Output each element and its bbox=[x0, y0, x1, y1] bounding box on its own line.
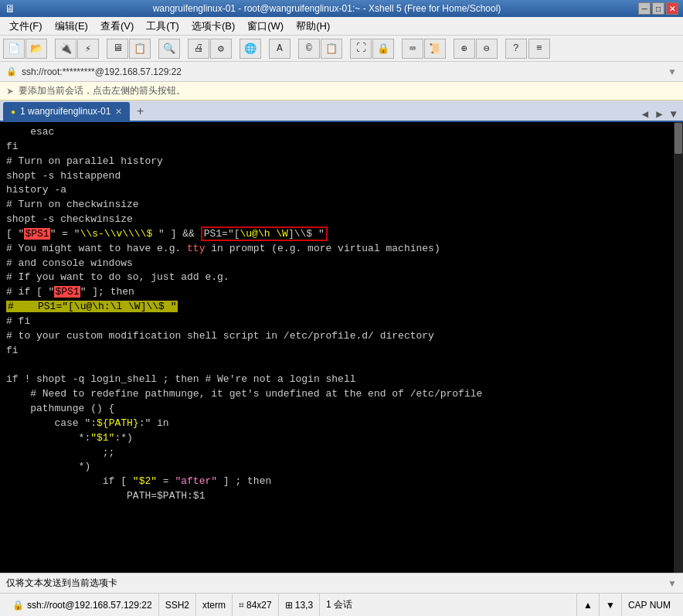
inputbar: 仅将文本发送到当前选项卡 ▼ bbox=[0, 573, 683, 593]
terminal[interactable]: esac fi # Turn on parallel history shopt… bbox=[0, 122, 683, 573]
status-ssh-text: ssh://root@192.168.57.129:22 bbox=[27, 600, 152, 611]
menu-help[interactable]: 帮助(H) bbox=[290, 18, 336, 35]
help-button[interactable]: ? bbox=[505, 39, 527, 59]
fullscreen-button[interactable]: ⛶ bbox=[350, 39, 372, 59]
menu-edit[interactable]: 编辑(E) bbox=[49, 18, 94, 35]
connect-button[interactable]: 🔌 bbox=[55, 39, 76, 59]
status-caps: CAP NUM bbox=[622, 594, 677, 616]
arrow-icon: ➤ bbox=[6, 86, 14, 97]
disconnect-button[interactable]: ⚡ bbox=[77, 39, 99, 59]
menu-view[interactable]: 查看(V) bbox=[94, 18, 140, 35]
lock-button[interactable]: 🔒 bbox=[372, 39, 394, 59]
copy-button[interactable]: © bbox=[298, 39, 320, 59]
inputbar-arrow: ▼ bbox=[668, 578, 677, 589]
zoom-in-button[interactable]: ⊕ bbox=[454, 39, 475, 59]
status-pos: ⊞ 13,3 bbox=[279, 594, 320, 616]
titlebar-icon: 🖥 bbox=[5, 2, 15, 15]
statusbar: 🔒 ssh://root@192.168.57.129:22 SSH2 xter… bbox=[0, 593, 683, 616]
globe-button[interactable]: 🌐 bbox=[240, 39, 261, 59]
close-button[interactable]: ✕ bbox=[666, 2, 678, 15]
notifbar: ➤ 要添加当前会话，点击左侧的箭头按钮。 bbox=[0, 82, 683, 100]
tab-close-icon[interactable]: ✕ bbox=[115, 107, 122, 117]
menu-window[interactable]: 窗口(W) bbox=[241, 18, 290, 35]
size-icon: ⌗ bbox=[239, 600, 244, 611]
lock-status-icon: 🔒 bbox=[12, 600, 24, 611]
notif-text: 要添加当前会话，点击左侧的箭头按钮。 bbox=[19, 84, 185, 97]
minimize-button[interactable]: ─ bbox=[638, 2, 651, 15]
next-tab-button[interactable]: ▶ bbox=[653, 107, 665, 121]
terminal-content: esac fi # Turn on parallel history shopt… bbox=[6, 125, 677, 504]
tab-label: 1 wangruifenglinux-01 bbox=[20, 106, 110, 117]
compose-button[interactable]: ⌨ bbox=[402, 39, 423, 59]
terminal-scrollbar[interactable] bbox=[674, 122, 683, 573]
session-manager-button[interactable]: 🖥 bbox=[107, 39, 128, 59]
toolbar: 📄 📂 🔌 ⚡ 🖥 📋 🔍 🖨 ⚙ 🌐 A © 📋 ⛶ 🔒 ⌨ 📜 ⊕ ⊖ ? … bbox=[0, 36, 683, 62]
status-term-text: xterm bbox=[202, 600, 226, 611]
settings-button[interactable]: ⚙ bbox=[210, 39, 232, 59]
lock-icon: 🔒 bbox=[6, 66, 17, 77]
titlebar-controls: ─ □ ✕ bbox=[638, 2, 678, 15]
font-button[interactable]: A bbox=[269, 39, 291, 59]
maximize-button[interactable]: □ bbox=[652, 2, 664, 15]
tab-nav: ◀ ▶ ▼ bbox=[639, 107, 680, 121]
misc-button[interactable]: ≡ bbox=[528, 39, 550, 59]
status-sessions-text: 1 会话 bbox=[326, 598, 352, 611]
inputbar-text: 仅将文本发送到当前选项卡 bbox=[6, 577, 117, 590]
address-arrow[interactable]: ▼ bbox=[668, 66, 677, 77]
status-size: ⌗ 84x27 bbox=[233, 594, 279, 616]
scroll-thumb[interactable] bbox=[675, 123, 682, 154]
log-button[interactable]: 📜 bbox=[424, 39, 446, 59]
tabbar: ● 1 wangruifenglinux-01 ✕ + ◀ ▶ ▼ bbox=[0, 100, 683, 122]
titlebar: 🖥 wangruifenglinux-01 - root@wangruifeng… bbox=[0, 0, 683, 17]
menu-tabs[interactable]: 选项卡(B) bbox=[185, 18, 241, 35]
new-tab-button[interactable]: + bbox=[131, 104, 148, 121]
new-session-button[interactable]: 📄 bbox=[3, 39, 25, 59]
status-encoding-text: SSH2 bbox=[165, 600, 189, 611]
tab-menu-button[interactable]: ▼ bbox=[668, 108, 680, 121]
status-scroll-down[interactable]: ▼ bbox=[600, 594, 622, 616]
prev-tab-button[interactable]: ◀ bbox=[639, 107, 651, 121]
status-term: xterm bbox=[196, 594, 233, 616]
addressbar: 🔒 ssh://root:*********@192.168.57.129:22… bbox=[0, 62, 683, 82]
print-button[interactable]: 🖨 bbox=[188, 39, 209, 59]
pos-icon: ⊞ bbox=[285, 600, 293, 611]
status-encoding: SSH2 bbox=[159, 594, 196, 616]
status-scroll-up[interactable]: ▲ bbox=[577, 594, 600, 616]
open-button[interactable]: 📂 bbox=[25, 39, 47, 59]
menu-tools[interactable]: 工具(T) bbox=[140, 18, 185, 35]
status-pos-text: 13,3 bbox=[295, 600, 313, 611]
titlebar-title: wangruifenglinux-01 - root@wangruifengli… bbox=[153, 3, 501, 14]
status-caps-text: CAP NUM bbox=[628, 600, 671, 611]
find-button[interactable]: 🔍 bbox=[158, 39, 180, 59]
tab-dot: ● bbox=[11, 107, 15, 116]
zoom-out-button[interactable]: ⊖ bbox=[476, 39, 498, 59]
session-props-button[interactable]: 📋 bbox=[129, 39, 151, 59]
status-ssh: 🔒 ssh://root@192.168.57.129:22 bbox=[6, 594, 159, 616]
tab-1[interactable]: ● 1 wangruifenglinux-01 ✕ bbox=[3, 102, 130, 121]
paste-button[interactable]: 📋 bbox=[321, 39, 342, 59]
address-text[interactable]: ssh://root:*********@192.168.57.129:22 bbox=[22, 66, 663, 77]
status-size-text: 84x27 bbox=[246, 600, 272, 611]
status-sessions: 1 会话 bbox=[320, 594, 577, 616]
menu-file[interactable]: 文件(F) bbox=[3, 18, 49, 35]
menubar: 文件(F) 编辑(E) 查看(V) 工具(T) 选项卡(B) 窗口(W) 帮助(… bbox=[0, 17, 683, 36]
